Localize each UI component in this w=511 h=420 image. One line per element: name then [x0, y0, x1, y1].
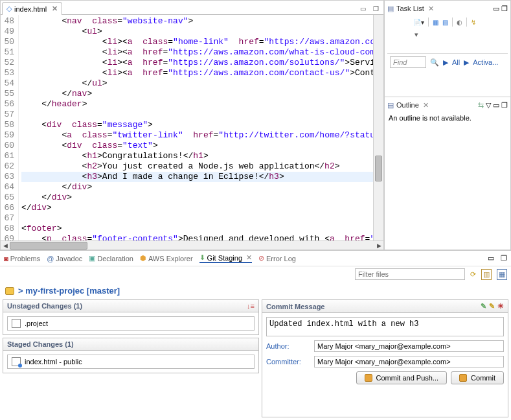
amend-icon[interactable]: ✎: [481, 302, 486, 310]
tab-git-staging[interactable]: ⬇Git Staging✕: [199, 253, 252, 263]
commit-push-icon: [365, 374, 372, 382]
synchronize-icon[interactable]: ↯: [471, 19, 476, 26]
outline-empty-text: An outline is not available.: [387, 111, 508, 124]
staged-title: Staged Changes (1): [7, 340, 74, 348]
maximize-icon[interactable]: ❐: [370, 3, 381, 14]
filter-files-input[interactable]: [355, 268, 465, 280]
tab-declaration[interactable]: ▣Declaration: [89, 254, 133, 262]
unstaged-file-label: .project: [25, 320, 48, 327]
tab-problems[interactable]: ◙Problems: [4, 255, 40, 262]
new-task-dropdown[interactable]: 📄▾: [413, 19, 424, 26]
tab-error-log[interactable]: ⊘Error Log: [258, 254, 296, 262]
file-icon: [12, 319, 21, 328]
signoff-icon[interactable]: ✎: [489, 302, 495, 310]
editor-tab-label: index.html: [14, 5, 47, 13]
code-content[interactable]: <nav class="website-nav"> <ul> <li><a cl…: [19, 15, 383, 240]
horizontal-scrollbar[interactable]: ◀▶: [1, 240, 383, 250]
compare-mode-icon[interactable]: ▥: [481, 269, 492, 280]
git-icon: ⬇: [199, 253, 205, 262]
view-menu-icon[interactable]: ▽: [486, 101, 491, 110]
line-number-gutter: 4849505152535455565758596061626364656667…: [1, 15, 19, 240]
unstaged-title: Unstaged Changes (1): [7, 302, 82, 310]
commit-message-title: Commit Message: [266, 303, 324, 310]
aws-icon: ⬢: [140, 254, 146, 262]
schedule-icon[interactable]: ▤: [442, 19, 448, 26]
code-editor[interactable]: 4849505152535455565758596061626364656667…: [1, 15, 383, 240]
focus-icon[interactable]: ◐: [457, 19, 462, 26]
close-icon[interactable]: ✕: [246, 253, 252, 262]
link-with-editor-icon[interactable]: ⇆: [478, 101, 484, 110]
editor-pane: ◇ index.html ✕ ▭ ❐ 484950515253545556575…: [0, 0, 384, 250]
committer-input[interactable]: [314, 356, 504, 368]
expand-icon[interactable]: ▶: [443, 58, 448, 67]
layout-icon[interactable]: ▦: [497, 269, 507, 280]
maximize-icon[interactable]: ❐: [501, 101, 508, 110]
outline-icon: ▤: [387, 101, 394, 110]
tab-javadoc[interactable]: @Javadoc: [47, 255, 82, 262]
task-filter-activate[interactable]: Activa...: [473, 58, 498, 66]
task-list-icon: ▤: [387, 5, 394, 13]
author-label: Author:: [266, 342, 310, 350]
editor-tab-index-html[interactable]: ◇ index.html ✕: [2, 2, 62, 15]
unstaged-changes-panel: Unstaged Changes (1) ↓≡ .project: [3, 299, 259, 335]
commit-message-input[interactable]: Updated index.html with a new h3: [266, 317, 504, 336]
error-log-icon: ⊘: [258, 254, 264, 262]
html-file-icon: ◇: [6, 5, 12, 13]
changeid-icon[interactable]: ☀: [497, 302, 504, 310]
maximize-icon[interactable]: ❐: [501, 5, 508, 13]
commit-button[interactable]: Commit: [451, 371, 504, 384]
task-list-title: Task List: [396, 5, 424, 12]
close-icon[interactable]: ✕: [52, 5, 58, 13]
categorize-icon[interactable]: ▦: [433, 19, 438, 26]
right-pane: ▤ Task List ✕ ▭ ❐ 📄▾ ▦ ▤ ◐ ↯ ▾ Find: [384, 0, 511, 250]
outline-view: ▤ Outline ✕ ⇆ ▽ ▭ ❐ An outline is not av…: [384, 97, 511, 250]
repo-heading: > my-first-projec [master]: [0, 282, 511, 299]
commit-icon: [459, 374, 467, 382]
unstaged-file-row[interactable]: .project: [7, 316, 255, 331]
close-icon[interactable]: ✕: [423, 101, 429, 110]
declaration-icon: ▣: [89, 254, 95, 262]
task-list-toolbar: 📄▾ ▦ ▤ ◐ ↯: [387, 15, 508, 29]
editor-tab-bar: ◇ index.html ✕ ▭ ❐: [1, 1, 383, 15]
author-input[interactable]: [314, 340, 504, 352]
commit-and-push-button[interactable]: Commit and Push...: [356, 371, 448, 384]
bottom-view-tabs: ◙Problems @Javadoc ▣Declaration ⬢AWS Exp…: [0, 251, 511, 266]
task-filter-all[interactable]: All: [452, 58, 460, 66]
staged-file-label: index.html - public: [25, 358, 82, 366]
minimize-icon[interactable]: ▭: [488, 254, 494, 262]
tab-aws-explorer[interactable]: ⬢AWS Explorer: [140, 254, 193, 262]
bottom-pane: ◙Problems @Javadoc ▣Declaration ⬢AWS Exp…: [0, 250, 511, 420]
commit-message-panel: Commit Message ✎ ✎ ☀ Updated index.html …: [262, 299, 508, 417]
minimize-icon[interactable]: ▭: [493, 5, 499, 13]
vertical-scrollbar[interactable]: [373, 15, 383, 240]
search-icon[interactable]: 🔍: [430, 58, 439, 67]
problems-icon: ◙: [4, 255, 8, 262]
repository-icon: [5, 287, 14, 295]
refresh-icon[interactable]: ⟳: [470, 270, 476, 279]
minimize-icon[interactable]: ▭: [358, 3, 368, 14]
staged-file-row[interactable]: index.html - public: [7, 355, 255, 369]
minimize-icon[interactable]: ▭: [493, 101, 499, 110]
committer-label: Committer:: [266, 358, 310, 366]
presentation-icon[interactable]: ↓≡: [247, 302, 255, 310]
outline-title: Outline: [396, 101, 419, 109]
javadoc-icon: @: [47, 255, 54, 262]
task-list-view: ▤ Task List ✕ ▭ ❐ 📄▾ ▦ ▤ ◐ ↯ ▾ Find: [384, 0, 511, 97]
file-icon: [12, 357, 21, 366]
close-icon[interactable]: ✕: [428, 5, 434, 13]
repo-name: > my-first-projec [master]: [18, 286, 120, 296]
maximize-icon[interactable]: ❐: [501, 254, 507, 262]
staged-changes-panel: Staged Changes (1) index.html - public: [3, 338, 259, 373]
expand-icon[interactable]: ▶: [464, 58, 469, 67]
task-find-input[interactable]: Find: [390, 56, 426, 68]
